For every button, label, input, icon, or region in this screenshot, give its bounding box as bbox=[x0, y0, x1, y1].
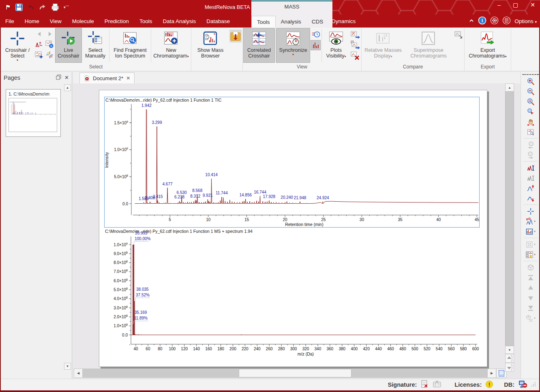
redo-button[interactable] bbox=[39, 3, 47, 11]
license-icon[interactable] bbox=[502, 16, 511, 26]
resize-grip[interactable] bbox=[531, 381, 536, 388]
minimize-button[interactable]: – bbox=[497, 2, 501, 8]
relative-masses-button[interactable]: +1 Relative Masses Display▾ bbox=[362, 28, 404, 63]
vertical-scroll-thumb[interactable] bbox=[505, 92, 514, 346]
menu-view[interactable]: View bbox=[45, 15, 67, 28]
pan-icon[interactable] bbox=[521, 117, 540, 127]
info-icon[interactable]: i bbox=[478, 16, 486, 26]
fit-page-icon: ▾ bbox=[521, 239, 540, 249]
vertical-scrollbar[interactable]: ▲ ▼ bbox=[505, 83, 514, 372]
menu-tools[interactable]: Tools bbox=[134, 15, 158, 28]
document-canvas[interactable]: C:\MnovaDemo\m...ride) Py_62.cdf Injecti… bbox=[73, 83, 505, 369]
zoom-selection-icon[interactable] bbox=[521, 96, 540, 107]
tab-cds[interactable]: CDS bbox=[306, 16, 329, 28]
chart-plus-icon[interactable] bbox=[34, 50, 44, 60]
select-manually-button[interactable]: Select Manually bbox=[82, 28, 109, 63]
remove-mass-plot-icon[interactable] bbox=[350, 51, 360, 61]
select-manually-icon bbox=[88, 30, 103, 47]
stacked-spectra-icon[interactable] bbox=[311, 40, 321, 50]
chart-clock-icon[interactable]: 6 bbox=[45, 39, 55, 49]
menu-prediction[interactable]: Prediction bbox=[99, 15, 134, 28]
close-tab-icon[interactable]: ✕ bbox=[126, 75, 130, 81]
increase-intensity-icon[interactable] bbox=[521, 183, 540, 193]
scroll-up-icon[interactable]: ▲ bbox=[64, 84, 71, 91]
forward-arrow-icon[interactable] bbox=[45, 29, 55, 39]
menu-molecule[interactable]: Molecule bbox=[67, 15, 99, 28]
scroll-up-icon[interactable]: ▲ bbox=[505, 83, 514, 92]
multi-crosshair-icon[interactable] bbox=[45, 50, 55, 60]
crosshair-select-button[interactable]: Crosshair / Select▾ bbox=[1, 28, 34, 63]
peak-picking-icon[interactable]: ▾ bbox=[521, 216, 540, 226]
db-disconnected-icon[interactable] bbox=[518, 380, 527, 390]
tic-chromatogram-plot[interactable]: C:\MnovaDemo\m...ride) Py_62.cdf Injecti… bbox=[104, 97, 480, 228]
svg-text:60: 60 bbox=[146, 347, 150, 351]
apply-to-plots-icon[interactable] bbox=[350, 30, 360, 40]
decrease-intensity-icon[interactable] bbox=[521, 193, 540, 203]
svg-text:35.993: 35.993 bbox=[135, 231, 148, 235]
scroll-left-icon[interactable]: ◀ bbox=[74, 369, 83, 378]
svg-text:240: 240 bbox=[254, 347, 261, 351]
horizontal-scrollbar[interactable]: ◀ ▶ bbox=[74, 369, 507, 378]
collapse-ribbon-icon[interactable] bbox=[469, 18, 474, 24]
print-button[interactable] bbox=[50, 2, 60, 12]
license-warning-icon[interactable]: ! bbox=[485, 380, 493, 390]
svg-text:3.0×108: 3.0×108 bbox=[114, 305, 128, 310]
maximize-button[interactable]: ▢ bbox=[513, 2, 518, 8]
superimpose-button[interactable]: Superimpose Chromatograms bbox=[404, 28, 453, 63]
options-menu[interactable]: Options ▾ bbox=[514, 18, 537, 24]
crosshair-icon[interactable] bbox=[521, 206, 540, 216]
quick-access-options-button[interactable]: ▾ bbox=[64, 5, 69, 9]
toolbar-drag-handle[interactable] bbox=[523, 74, 539, 75]
import-data-icon[interactable] bbox=[229, 30, 242, 43]
show-mass-browser-button[interactable]: Show Mass Browser bbox=[192, 28, 229, 63]
menu-file[interactable]: File bbox=[0, 15, 19, 28]
scroll-down-icon[interactable]: ▼ bbox=[64, 363, 71, 370]
zoom-preview-icon[interactable] bbox=[521, 127, 540, 137]
zoom-out-icon[interactable] bbox=[521, 86, 540, 96]
next-page-button[interactable] bbox=[505, 363, 514, 372]
ribbon-group-view: Correlated Crosshair Synchronize ▾ Plots… bbox=[243, 28, 362, 71]
zoom-cursor-icon[interactable] bbox=[521, 107, 540, 117]
fit-intensity-icon[interactable] bbox=[521, 173, 540, 183]
close-panel-icon[interactable]: ✕ bbox=[64, 75, 69, 81]
close-button[interactable]: ✕ bbox=[530, 2, 535, 8]
float-panel-icon[interactable] bbox=[56, 75, 61, 81]
synchronize-button[interactable]: Synchronize ▾ bbox=[276, 28, 310, 63]
zoom-in-icon[interactable] bbox=[521, 76, 540, 86]
previous-page-button[interactable] bbox=[505, 354, 514, 363]
apply-locked-plots-icon[interactable] bbox=[350, 40, 360, 50]
undo-button[interactable] bbox=[27, 3, 35, 11]
svg-text:460: 460 bbox=[387, 347, 394, 351]
live-crosshair-button[interactable]: Live Crosshair bbox=[55, 28, 82, 63]
signature-invalid-icon[interactable] bbox=[420, 380, 429, 390]
tab-analysis[interactable]: Analysis bbox=[276, 16, 306, 28]
scroll-down-icon[interactable]: ▼ bbox=[505, 346, 514, 354]
export-chromatograms-button[interactable]: Export Chromatograms▾ bbox=[465, 28, 510, 63]
gear-icon[interactable] bbox=[490, 16, 499, 26]
document-tab[interactable]: Document 2* ✕ bbox=[79, 72, 135, 83]
pages-scrollbar[interactable]: ▲ ▼ bbox=[64, 84, 71, 370]
menu-database[interactable]: Database bbox=[201, 15, 235, 28]
tab-tools[interactable]: Tools bbox=[251, 16, 276, 28]
plots-visibility-button[interactable]: Plots Visibility▾ bbox=[322, 28, 350, 63]
svg-text:3.415: 3.415 bbox=[153, 194, 163, 199]
mass-spectrum-plot[interactable]: C:\MnovaDemo\m...ride) Py_62.cdf Injecti… bbox=[104, 228, 480, 361]
page-thumbnail-item[interactable]: 1. C:\MnovaDemo\m bbox=[6, 89, 61, 137]
find-fragment-button[interactable]: Find Fragment Ion Spectrum bbox=[110, 28, 150, 63]
full-intensity-icon[interactable] bbox=[521, 163, 540, 173]
new-chromatogram-button[interactable]: New Chromatogram▾ bbox=[152, 28, 191, 63]
time-sync-icon[interactable] bbox=[311, 30, 321, 40]
compare-extract-icon[interactable] bbox=[453, 30, 463, 40]
parameters-table-icon[interactable]: ▾ bbox=[521, 249, 540, 260]
horizontal-scroll-thumb[interactable] bbox=[239, 369, 351, 377]
back-arrow-icon[interactable] bbox=[34, 29, 44, 39]
spectrum-display-icon[interactable]: ▾ bbox=[521, 226, 540, 236]
id-badge-icon[interactable] bbox=[433, 380, 441, 390]
menu-home[interactable]: Home bbox=[19, 15, 45, 28]
save-button[interactable] bbox=[15, 3, 23, 11]
correlated-crosshair-button[interactable]: Correlated Crosshair bbox=[243, 28, 275, 63]
document-page[interactable]: C:\MnovaDemo\m...ride) Py_62.cdf Injecti… bbox=[99, 90, 487, 367]
scroll-right-icon[interactable]: ▶ bbox=[487, 369, 496, 378]
menu-data-analysis[interactable]: Data Analysis bbox=[157, 15, 201, 28]
peak-plus-minus-icon[interactable]: ± bbox=[34, 39, 44, 49]
